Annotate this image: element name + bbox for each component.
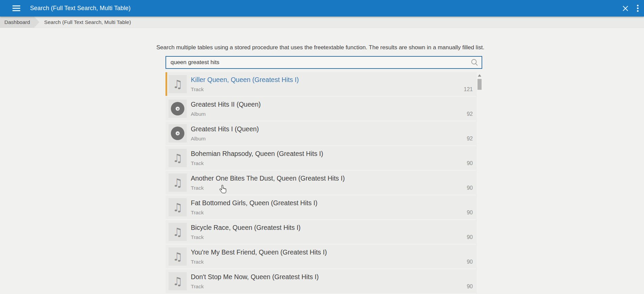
disc-pin <box>177 108 179 110</box>
breadcrumb-label: Dashboard <box>4 19 30 25</box>
result-title: Fat Bottomed Girls, Queen (Greatest Hits… <box>191 199 317 207</box>
result-score: 90 <box>467 210 473 216</box>
search-results-panel: ♫ Killer Queen, Queen (Greatest Hits I) … <box>165 72 482 294</box>
result-icon-box: ♫ <box>169 198 187 216</box>
search-icon <box>470 58 479 66</box>
result-icon-box: ♫ <box>169 223 187 241</box>
result-item[interactable]: ♫ Bicycle Race, Queen (Greatest Hits I) … <box>165 220 476 244</box>
disc-hole <box>176 131 180 135</box>
music-note-icon: ♫ <box>173 226 183 238</box>
result-score: 90 <box>467 234 473 240</box>
app-title-bar: Search (Full Text Search, Multi Table) <box>0 0 644 17</box>
result-score: 90 <box>467 185 473 191</box>
result-score: 92 <box>467 111 473 117</box>
music-note-icon: ♫ <box>173 153 183 164</box>
kebab-dot <box>637 10 639 12</box>
result-title: Another One Bites The Dust, Queen (Great… <box>191 175 345 182</box>
music-note-icon: ♫ <box>173 79 183 90</box>
result-icon-box: ♫ <box>169 272 187 290</box>
result-type: Track <box>191 185 204 191</box>
result-icon-box <box>169 100 187 118</box>
hamburger-bar <box>12 8 20 9</box>
result-type: Album <box>191 136 206 142</box>
result-type: Track <box>191 210 204 216</box>
result-type: Track <box>191 259 204 265</box>
result-title: Killer Queen, Queen (Greatest Hits I) <box>191 76 299 84</box>
kebab-dot <box>637 7 639 9</box>
result-icon-box: ♫ <box>169 75 187 93</box>
breadcrumb: Dashboard Search (Full Text Search, Mult… <box>0 17 644 28</box>
result-type: Album <box>191 111 206 117</box>
disc-pin <box>177 133 179 134</box>
hamburger-bar <box>12 5 20 6</box>
hamburger-bar <box>12 10 20 11</box>
result-item[interactable]: ♫ Bohemian Rhapsody, Queen (Greatest Hit… <box>165 146 476 170</box>
search-description-text: Search multiple tables using a stored pr… <box>156 44 484 51</box>
result-title: Greatest Hits II (Queen) <box>191 101 261 108</box>
result-item[interactable]: ♫ You're My Best Friend, Queen (Greatest… <box>165 245 476 268</box>
result-score: 90 <box>467 160 473 166</box>
result-item[interactable]: ♫ Fat Bottomed Girls, Queen (Greatest Hi… <box>165 195 476 219</box>
close-icon[interactable] <box>621 4 629 12</box>
result-title: Bicycle Race, Queen (Greatest Hits I) <box>191 224 301 232</box>
result-type: Track <box>191 234 204 240</box>
search-box <box>165 56 482 69</box>
result-item[interactable]: ♫ Don't Stop Me Now, Queen (Greatest Hit… <box>165 269 476 293</box>
breadcrumb-item-current: Search (Full Text Search, Multi Table) <box>40 17 131 28</box>
result-icon-box <box>169 124 187 142</box>
results-list: ♫ Killer Queen, Queen (Greatest Hits I) … <box>165 72 476 293</box>
result-score: 90 <box>467 284 473 290</box>
album-disc-icon <box>171 127 184 140</box>
result-type: Track <box>191 284 204 290</box>
result-item[interactable]: Greatest Hits II (Queen) Album 92 <box>165 97 476 121</box>
scrollbar-up-arrow-icon[interactable] <box>478 74 481 77</box>
result-title: You're My Best Friend, Queen (Greatest H… <box>191 248 327 256</box>
music-note-icon: ♫ <box>173 251 183 262</box>
result-item[interactable]: ♫ Killer Queen, Queen (Greatest Hits I) … <box>165 72 476 96</box>
search-input[interactable] <box>166 57 470 68</box>
result-title: Greatest Hits I (Queen) <box>191 125 259 133</box>
result-icon-box: ♫ <box>169 149 187 167</box>
result-icon-box: ♫ <box>169 247 187 266</box>
music-note-icon: ♫ <box>173 202 183 213</box>
results-scrollbar[interactable] <box>476 72 482 294</box>
title-bar-actions <box>621 3 641 14</box>
result-item[interactable]: Greatest Hits I (Queen) Album 92 <box>165 122 476 145</box>
result-title: Bohemian Rhapsody, Queen (Greatest Hits … <box>191 150 323 158</box>
menu-hamburger-icon[interactable] <box>12 5 20 11</box>
result-icon-box: ♫ <box>169 173 187 192</box>
breadcrumb-label: Search (Full Text Search, Multi Table) <box>44 19 131 25</box>
album-disc-icon <box>171 102 184 115</box>
result-type: Track <box>191 86 204 92</box>
music-note-icon: ♫ <box>173 177 183 188</box>
scrollbar-thumb[interactable] <box>478 79 482 90</box>
result-score: 92 <box>467 136 473 142</box>
result-item[interactable]: ♫ Another One Bites The Dust, Queen (Gre… <box>165 171 476 194</box>
result-score: 121 <box>464 86 473 92</box>
result-type: Track <box>191 160 204 166</box>
more-options-icon[interactable] <box>635 3 641 14</box>
page-title: Search (Full Text Search, Multi Table) <box>30 5 131 12</box>
disc-hole <box>176 107 180 111</box>
breadcrumb-item-dashboard[interactable]: Dashboard <box>0 17 40 28</box>
kebab-dot <box>637 5 639 7</box>
result-title: Don't Stop Me Now, Queen (Greatest Hits … <box>191 273 319 281</box>
selected-accent-bar <box>165 72 167 96</box>
result-score: 90 <box>467 259 473 265</box>
music-note-icon: ♫ <box>173 276 183 287</box>
